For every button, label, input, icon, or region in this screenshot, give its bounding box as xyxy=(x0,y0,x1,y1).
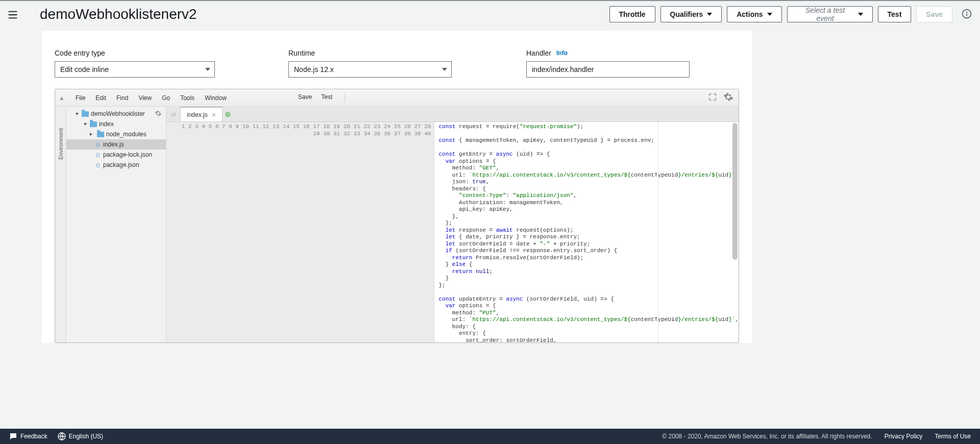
folder-icon xyxy=(97,132,104,137)
test-button[interactable]: Test xyxy=(878,6,912,22)
code-entry-type-select[interactable]: Edit code inline xyxy=(55,61,215,78)
close-icon[interactable]: × xyxy=(212,111,216,119)
js-file-icon: ⟨⟩ xyxy=(95,152,101,158)
qualifiers-button[interactable]: Qualifiers xyxy=(660,6,722,22)
code-ruler xyxy=(658,122,658,342)
handler-info-link[interactable]: Info xyxy=(556,50,568,57)
config-row: Code entry type Edit code inline Runtime… xyxy=(41,49,752,89)
editor-test[interactable]: Test xyxy=(321,93,332,103)
tree-root[interactable]: demoWebhooklister xyxy=(66,109,166,119)
main-sheet: Code entry type Edit code inline Runtime… xyxy=(41,31,753,343)
gear-icon[interactable] xyxy=(155,110,163,118)
tree-file-label: package.json xyxy=(103,161,139,168)
gear-icon[interactable] xyxy=(723,92,733,104)
code-entry-type-label: Code entry type xyxy=(55,49,215,57)
tree-node-modules-label: node_modules xyxy=(106,131,146,138)
chevron-down-icon xyxy=(84,123,87,126)
fullscreen-icon[interactable] xyxy=(709,93,716,102)
scrollbar-vertical[interactable] xyxy=(732,123,738,260)
tab-handle-icon[interactable]: ▱ xyxy=(166,107,181,121)
svg-point-1 xyxy=(966,11,968,13)
code-editor[interactable]: 1 2 3 4 5 6 7 8 9 10 11 12 13 14 15 16 1… xyxy=(166,122,739,342)
caret-down-icon xyxy=(858,13,863,16)
environment-strip[interactable]: Environment xyxy=(55,107,66,342)
page-title: demoWebhooklistenerv2 xyxy=(40,6,197,22)
hamburger-menu-icon[interactable] xyxy=(7,9,19,21)
code-content[interactable]: const request = require("request-promise… xyxy=(434,122,739,342)
throttle-button[interactable]: Throttle xyxy=(609,6,655,22)
editor-panel: ▲ File Edit Find View Go Tools Window Sa… xyxy=(55,89,739,343)
runtime-label: Runtime xyxy=(288,49,452,57)
tab-strip: ▱ index.js × ⊕ xyxy=(166,107,739,122)
tree-file-package-json[interactable]: ⟨⟩ package.json xyxy=(66,160,166,170)
chevron-down-icon xyxy=(76,113,79,115)
collapse-arrow-icon[interactable]: ▲ xyxy=(55,94,68,102)
caret-down-icon xyxy=(767,13,772,16)
caret-down-icon xyxy=(442,68,447,71)
menu-window[interactable]: Window xyxy=(200,94,232,102)
editor-topbar: ▲ File Edit Find View Go Tools Window Sa… xyxy=(55,89,739,107)
folder-icon xyxy=(90,121,97,127)
code-entry-type-value: Edit code inline xyxy=(60,65,109,73)
handler-input[interactable]: index/index.handler xyxy=(526,61,690,78)
tree-file-label: index.js xyxy=(103,141,124,148)
chevron-right-icon xyxy=(90,133,94,136)
handler-value: index/index.handler xyxy=(532,65,594,73)
editor-menu: File Edit Find View Go Tools Window xyxy=(70,94,232,102)
svg-rect-2 xyxy=(966,13,967,16)
menu-tools[interactable]: Tools xyxy=(175,94,200,102)
select-test-placeholder: Select a test event xyxy=(797,6,854,22)
tree-file-package-lock[interactable]: ⟨⟩ package-lock.json xyxy=(66,150,166,160)
runtime-select[interactable]: Node.js 12.x xyxy=(288,61,452,78)
js-file-icon: ⟨⟩ xyxy=(95,162,101,168)
tree-file-label: package-lock.json xyxy=(103,151,152,158)
tab-add-icon[interactable]: ⊕ xyxy=(223,107,234,121)
select-test-event-dropdown[interactable]: Select a test event xyxy=(787,6,873,22)
tree-file-index-js[interactable]: ⟨⟩ index.js xyxy=(66,139,166,150)
folder-icon xyxy=(82,111,89,117)
handler-label: Handler xyxy=(526,49,551,57)
caret-down-icon xyxy=(707,13,712,16)
menu-view[interactable]: View xyxy=(133,94,157,102)
help-icon[interactable] xyxy=(962,9,973,20)
menu-edit[interactable]: Edit xyxy=(90,94,111,102)
tree-folder-label: index xyxy=(99,120,114,128)
tree-folder-index[interactable]: index xyxy=(66,119,166,129)
menu-file[interactable]: File xyxy=(70,94,90,102)
line-gutter: 1 2 3 4 5 6 7 8 9 10 11 12 13 14 15 16 1… xyxy=(166,122,434,342)
caret-down-icon xyxy=(205,68,210,71)
tab-label: index.js xyxy=(187,111,208,118)
file-tree: demoWebhooklister index node_modules xyxy=(66,107,166,342)
tree-root-label: demoWebhooklister xyxy=(91,110,145,117)
menu-find[interactable]: Find xyxy=(111,94,133,102)
save-button: Save xyxy=(916,6,952,22)
runtime-value: Node.js 12.x xyxy=(294,65,334,73)
tab-index-js[interactable]: index.js × xyxy=(181,107,223,121)
header-actions: Throttle Qualifiers Actions Select a tes… xyxy=(609,6,953,22)
js-file-icon: ⟨⟩ xyxy=(95,141,101,147)
header: demoWebhooklistenerv2 Throttle Qualifier… xyxy=(0,1,980,31)
actions-label: Actions xyxy=(737,10,763,18)
qualifiers-label: Qualifiers xyxy=(670,10,703,18)
code-area: ▱ index.js × ⊕ 1 2 3 4 5 6 7 8 9 10 11 1… xyxy=(166,107,739,342)
separator xyxy=(345,93,345,103)
editor-save[interactable]: Save xyxy=(298,93,312,103)
tree-folder-node-modules[interactable]: node_modules xyxy=(66,129,166,139)
environment-label: Environment xyxy=(58,128,64,160)
menu-go[interactable]: Go xyxy=(157,94,175,102)
handler-label-row: Handler Info xyxy=(526,49,690,57)
actions-button[interactable]: Actions xyxy=(727,6,781,22)
